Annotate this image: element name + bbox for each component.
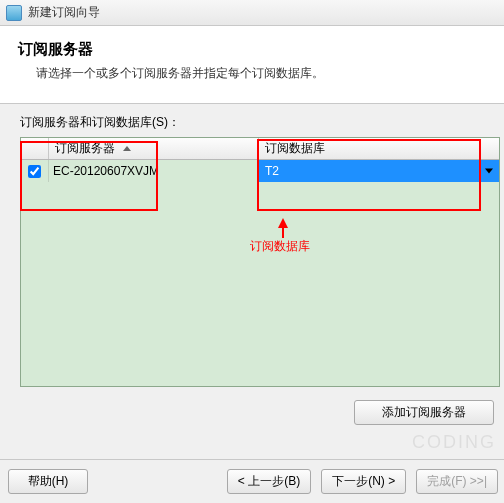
page-subtitle: 请选择一个或多个订阅服务器并指定每个订阅数据库。: [36, 65, 486, 82]
subscription-grid: 订阅服务器 订阅数据库 EC-20120607XVJM T2: [20, 137, 500, 387]
app-icon: [6, 5, 22, 21]
grid-header-row: 订阅服务器 订阅数据库: [21, 138, 499, 160]
window-title: 新建订阅向导: [28, 4, 100, 21]
row-check-cell[interactable]: [21, 160, 49, 182]
column-header-database-label: 订阅数据库: [265, 140, 325, 157]
row-checkbox[interactable]: [28, 165, 41, 178]
column-header-server[interactable]: 订阅服务器: [49, 138, 259, 159]
grid-label: 订阅服务器和订阅数据库(S)：: [20, 114, 504, 131]
annotation-arrow-icon: [278, 218, 288, 228]
chevron-down-icon: [485, 169, 493, 174]
page-title: 订阅服务器: [18, 40, 486, 59]
annotation-label: 订阅数据库: [250, 238, 310, 255]
row-server-cell: EC-20120607XVJM: [49, 160, 259, 182]
next-button[interactable]: 下一步(N) >: [321, 469, 406, 494]
row-database-cell[interactable]: T2: [259, 160, 499, 182]
wizard-footer: 帮助(H) < 上一步(B) 下一步(N) > 完成(F) >>|: [0, 459, 504, 503]
column-header-check[interactable]: [21, 138, 49, 159]
finish-button: 完成(F) >>|: [416, 469, 498, 494]
sort-asc-icon: [123, 146, 131, 151]
row-server-value: EC-20120607XVJM: [53, 164, 159, 178]
add-server-button[interactable]: 添加订阅服务器: [354, 400, 494, 425]
title-bar: 新建订阅向导: [0, 0, 504, 26]
wizard-header: 订阅服务器 请选择一个或多个订阅服务器并指定每个订阅数据库。: [0, 26, 504, 104]
help-button[interactable]: 帮助(H): [8, 469, 88, 494]
annotation-arrow-stem: [282, 228, 284, 238]
back-button[interactable]: < 上一步(B): [227, 469, 311, 494]
column-header-server-label: 订阅服务器: [55, 140, 115, 157]
table-row[interactable]: EC-20120607XVJM T2: [21, 160, 499, 182]
row-database-value: T2: [265, 164, 279, 178]
column-header-database[interactable]: 订阅数据库: [259, 138, 499, 159]
